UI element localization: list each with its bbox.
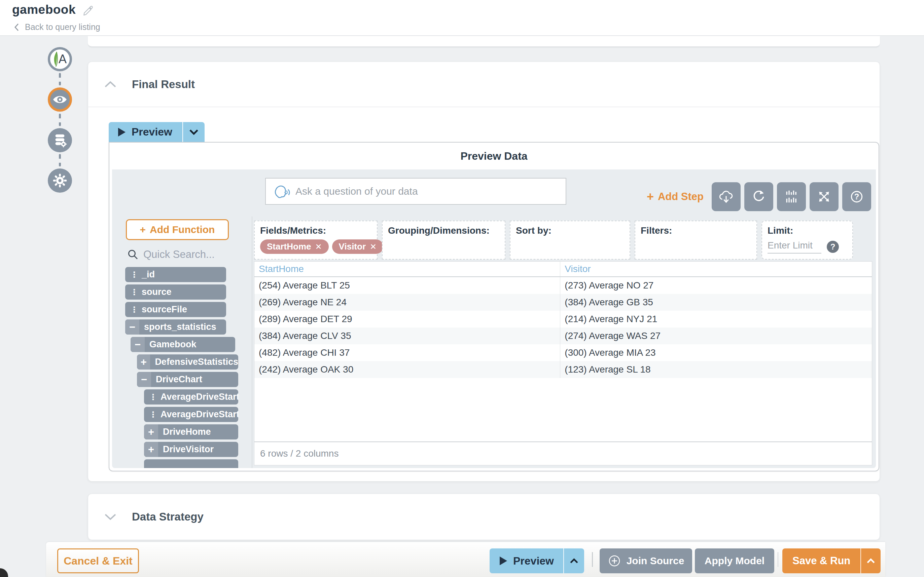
field-item-sports_statistics[interactable]: −sports_statistics [125, 319, 226, 335]
limit-box: Limit: ? [761, 221, 853, 259]
field-item-partial [144, 459, 238, 468]
metric-chip-starthome[interactable]: StartHome✕ [260, 239, 329, 254]
expand-toggle-icon[interactable]: + [144, 442, 158, 457]
preview-data-body: + Add Step [112, 169, 876, 468]
column-header-visitor[interactable]: Visitor [560, 262, 872, 276]
drag-handle-icon: ⋮ [130, 270, 137, 279]
field-label: DriveHome [163, 427, 211, 437]
filters-dropzone[interactable]: Filters: [635, 221, 757, 259]
plus-icon: + [140, 224, 146, 235]
field-item-averagedrivestartho-[interactable]: ⋮AverageDriveStartHo... [144, 389, 238, 405]
quick-search[interactable] [127, 248, 228, 261]
metric-chip-visitor[interactable]: Visitor✕ [332, 239, 384, 254]
preview-options-button[interactable] [183, 122, 205, 142]
field-item-gamebook[interactable]: −Gamebook [131, 337, 235, 352]
stepper-settings-step[interactable] [48, 168, 72, 193]
join-source-button[interactable]: Join Source [599, 548, 692, 573]
cancel-exit-label: Cancel & Exit [64, 555, 132, 567]
remove-metric-icon[interactable]: ✕ [370, 242, 376, 251]
add-circle-icon [608, 554, 621, 567]
stepper-preview-step[interactable] [48, 87, 72, 112]
preview-button-label: Preview [132, 126, 172, 138]
table-cell: (123) Average SL 18 [560, 361, 872, 378]
table-cell: (384) Average CLV 35 [254, 327, 560, 344]
footer-preview-button[interactable]: Preview [489, 548, 584, 573]
table-cell: (273) Average NO 27 [560, 277, 872, 294]
fullscreen-button[interactable] [809, 182, 838, 211]
grouping-label: Grouping/Dimensions: [388, 225, 499, 236]
query-builder-screen: gamebook Back to query listing A [0, 0, 924, 577]
field-item-drivechart[interactable]: −DriveChart [137, 372, 238, 387]
quick-search-input[interactable] [143, 248, 228, 261]
table-cell: (482) Average CHI 37 [254, 344, 560, 361]
collapse-toggle-icon[interactable]: − [125, 319, 139, 335]
reset-query-button[interactable] [744, 182, 773, 211]
limit-input[interactable] [767, 240, 821, 253]
field-label: DriveChart [156, 374, 202, 385]
chevron-up-icon [866, 558, 876, 564]
divider [592, 552, 593, 567]
sort-dropzone[interactable]: Sort by: [510, 221, 630, 259]
corner-overlay [0, 568, 8, 577]
add-step-button[interactable]: + Add Step [647, 190, 704, 204]
field-item-drivevisitor[interactable]: +DriveVisitor [144, 442, 238, 457]
previous-section-card-edge [88, 36, 880, 47]
drag-handle-icon: ⋮ [130, 287, 137, 297]
cloud-download-icon [719, 189, 734, 204]
filters-label: Filters: [641, 225, 751, 236]
collapse-section-icon[interactable] [104, 81, 117, 89]
divider [778, 552, 778, 567]
table-cell: (274) Average WAS 27 [560, 327, 872, 344]
table-cell: (269) Average NE 24 [254, 294, 560, 311]
nlq-search-input[interactable] [296, 185, 559, 197]
add-function-label: Add Function [150, 224, 215, 235]
field-sidebar: + Add Function ⋮_id⋮source⋮sourceFile−sp… [112, 216, 252, 468]
metric-chip-label: StartHome [267, 242, 311, 252]
join-source-label: Join Source [627, 555, 685, 567]
edit-title-icon[interactable] [82, 4, 93, 16]
expand-section-icon[interactable] [104, 513, 117, 521]
collapse-toggle-icon[interactable]: − [131, 337, 145, 352]
stepper-datasource-step[interactable]: A [48, 47, 72, 71]
grouping-dropzone[interactable]: Grouping/Dimensions: [382, 221, 506, 259]
help-button[interactable]: ? [842, 182, 871, 211]
sort-label: Sort by: [516, 225, 624, 236]
collapse-toggle-icon[interactable]: − [137, 372, 151, 387]
stepper-connector [59, 73, 61, 85]
drag-handle-icon: ⋮ [149, 392, 157, 402]
preview-run-button[interactable]: Preview [109, 122, 205, 142]
download-results-button[interactable] [712, 182, 741, 211]
fields-metrics-dropzone[interactable]: Fields/Metrics: StartHome✕Visitor✕ [254, 221, 378, 259]
footer-preview-options-button[interactable] [563, 548, 584, 573]
nlq-search-box[interactable] [265, 178, 566, 205]
back-link-label: Back to query listing [25, 22, 100, 32]
criteria-row: Fields/Metrics: StartHome✕Visitor✕ Group… [254, 221, 853, 259]
field-item-sourcefile[interactable]: ⋮sourceFile [125, 302, 226, 317]
add-step-label: Add Step [658, 191, 704, 203]
apply-model-button[interactable]: Apply Model [695, 548, 774, 573]
metric-chip-label: Visitor [339, 242, 366, 252]
field-item-drivehome[interactable]: +DriveHome [144, 424, 238, 440]
field-item-source[interactable]: ⋮source [125, 284, 226, 300]
limit-help-icon[interactable]: ? [827, 241, 839, 253]
fullscreen-icon [817, 189, 832, 204]
cancel-exit-button[interactable]: Cancel & Exit [57, 548, 139, 573]
save-run-options-button[interactable] [860, 548, 880, 573]
stepper-data-step[interactable] [48, 128, 72, 152]
save-run-button[interactable]: Save & Run [782, 548, 880, 573]
field-item-_id[interactable]: ⋮_id [125, 267, 226, 282]
add-function-button[interactable]: + Add Function [126, 219, 229, 240]
back-link[interactable]: Back to query listing [13, 22, 100, 32]
preview-data-panel: Preview Data + Add Step [109, 142, 879, 471]
column-header-starthome[interactable]: StartHome [254, 262, 560, 276]
field-item-defensivestatistics[interactable]: +DefensiveStatistics [137, 355, 238, 369]
expand-toggle-icon[interactable]: + [144, 424, 158, 440]
expand-toggle-icon[interactable]: + [137, 355, 150, 369]
visualize-button[interactable] [777, 182, 806, 211]
remove-metric-icon[interactable]: ✕ [315, 242, 322, 251]
field-item-averagedrivestartvis-[interactable]: ⋮AverageDriveStartVis... [144, 407, 238, 422]
field-label: AverageDriveStartVis... [160, 409, 238, 420]
drag-handle-icon: ⋮ [130, 305, 137, 314]
field-label: DriveVisitor [163, 444, 214, 455]
table-row: (269) Average NE 24(384) Average GB 35 [254, 294, 872, 311]
